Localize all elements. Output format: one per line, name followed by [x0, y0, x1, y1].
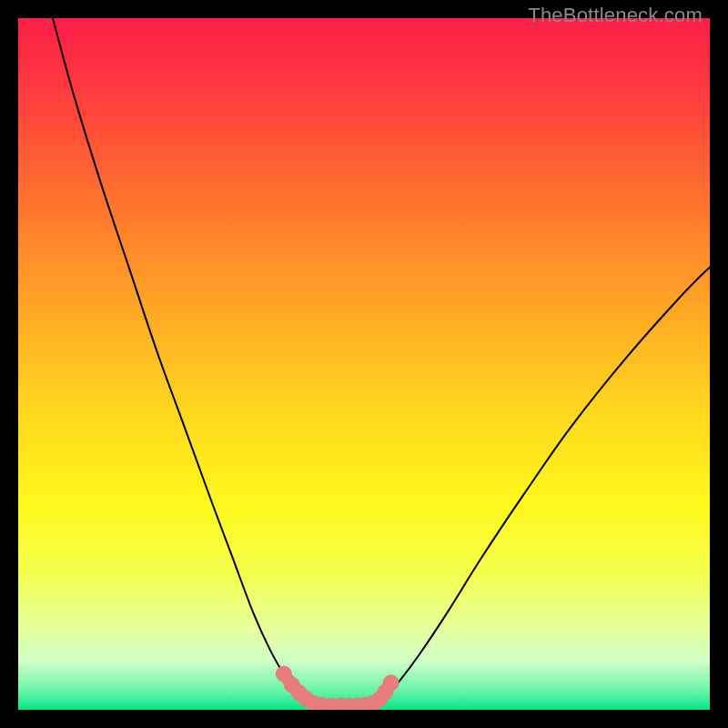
chart-frame — [18, 18, 710, 710]
attribution-watermark: TheBottleneck.com — [528, 4, 703, 27]
bottleneck-chart — [18, 18, 710, 710]
gradient-background — [18, 18, 710, 710]
valley-marker-dot — [383, 675, 399, 691]
